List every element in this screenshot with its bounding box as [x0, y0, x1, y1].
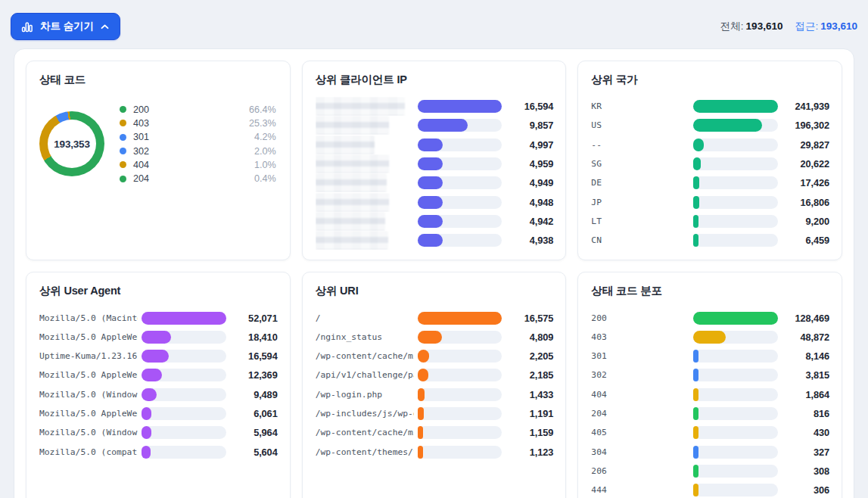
- legend-percent: 0.4%: [254, 173, 276, 184]
- bar-row: US196,302: [591, 116, 829, 135]
- bar-row: 304327: [591, 442, 829, 461]
- bar-label: /wp-includes/js/wp-e…: [316, 409, 414, 419]
- bar-fill: [418, 312, 502, 325]
- bar-fill: [693, 312, 778, 325]
- bar-track: [693, 157, 778, 170]
- bar-value: 16,594: [232, 350, 278, 362]
- bar-fill: [418, 407, 424, 420]
- bar-fill: [418, 196, 443, 209]
- bar-track: [693, 176, 778, 189]
- pie-wrap: 193,35320066.4%40325.3%3014.2%3022.0%404…: [39, 97, 278, 184]
- bar-track: [693, 350, 778, 363]
- bar-track: [693, 119, 778, 132]
- card-title: 상위 User Agent: [39, 284, 278, 298]
- bar-row: 204816: [591, 404, 829, 423]
- top-client-ip-chart: 16,5949,8574,9974,9594,9494,9484,9424,93…: [316, 97, 554, 250]
- bar-label: 200: [591, 313, 689, 323]
- bar-fill: [693, 196, 699, 209]
- bar-fill: [418, 331, 442, 344]
- donut-hole: 193,353: [48, 120, 96, 168]
- bar-value: 4,948: [508, 197, 553, 208]
- bar-row: 444306: [591, 481, 829, 498]
- bar-track: [142, 407, 226, 420]
- bar-track: [418, 350, 502, 363]
- bar-track: [418, 388, 502, 401]
- bar-value: 3,815: [784, 369, 829, 381]
- bar-row: 9,857: [316, 116, 554, 135]
- legend-percent: 1.0%: [254, 160, 276, 170]
- bar-label: [316, 212, 414, 231]
- bar-fill: [693, 119, 762, 132]
- redacted-ip-label: [316, 154, 389, 173]
- bar-fill: [693, 350, 698, 363]
- bar-fill: [693, 446, 698, 459]
- bar-row: 3018,146: [591, 347, 829, 366]
- legend-row: 4041.0%: [120, 160, 276, 170]
- legend-label: 200: [133, 104, 149, 115]
- bar-value: 12,369: [232, 369, 278, 381]
- bar-fill: [693, 215, 698, 228]
- bar-row: Mozilla/5.0 (Windows…5,964: [39, 423, 278, 442]
- legend-label: 204: [133, 173, 149, 184]
- bar-track: [142, 388, 226, 401]
- bar-value: 18,410: [232, 331, 278, 343]
- access-count[interactable]: 접근:193,610: [795, 20, 857, 33]
- bar-label: LT: [591, 216, 689, 226]
- bar-fill: [418, 369, 429, 381]
- bar-row: SG20,622: [591, 154, 829, 173]
- bar-fill: [693, 388, 698, 401]
- bar-value: 430: [784, 427, 829, 438]
- bar-label: /api/v1/challenge/pa…: [316, 370, 414, 380]
- bar-value: 1,864: [784, 389, 829, 400]
- bar-row: Mozilla/5.0 AppleWeb…12,369: [39, 366, 278, 384]
- bar-track: [142, 350, 226, 363]
- legend-percent: 66.4%: [249, 104, 276, 115]
- charts-panel: 상태 코드 193,35320066.4%40325.3%3014.2%3022…: [14, 48, 854, 498]
- legend-label: 403: [133, 118, 149, 129]
- legend-row: 2040.4%: [120, 173, 276, 183]
- bar-fill: [142, 407, 151, 420]
- bar-fill: [693, 484, 698, 496]
- top-client-ip-card: 상위 클라이언트 IP 16,5949,8574,9974,9594,9494,…: [302, 61, 567, 260]
- bar-label: 444: [591, 485, 689, 495]
- bar-track: [418, 100, 502, 113]
- card-title: 상위 클라이언트 IP: [316, 73, 554, 87]
- bar-track: [418, 312, 502, 325]
- bar-fill: [693, 407, 698, 420]
- bar-fill: [142, 388, 157, 401]
- bar-row: Mozilla/5.0 (compati…5,604: [39, 442, 278, 461]
- bar-row: /api/v1/challenge/pa…2,185: [316, 366, 554, 384]
- bar-label: /: [316, 313, 414, 323]
- card-title: 상태 코드: [39, 73, 278, 87]
- card-title: 상태 코드 분포: [591, 284, 829, 298]
- hide-charts-button[interactable]: 차트 숨기기: [11, 13, 120, 40]
- bar-row: KR241,939: [591, 97, 829, 116]
- bar-fill: [693, 331, 725, 344]
- bar-track: [418, 157, 502, 170]
- bar-value: 1,123: [508, 447, 553, 458]
- legend-dot: [120, 161, 126, 168]
- bar-row: Mozilla/5.0 (Windows…9,489: [39, 385, 278, 404]
- bar-label: Uptime-Kuma/1.23.16: [39, 351, 138, 361]
- bar-row: 206308: [591, 462, 829, 481]
- bar-value: 4,997: [508, 139, 553, 151]
- bar-row: 4041,864: [591, 385, 829, 404]
- bar-fill: [418, 350, 429, 363]
- bar-value: 9,200: [784, 216, 829, 227]
- bar-track: [418, 407, 502, 420]
- bar-value: 306: [784, 484, 829, 496]
- legend-dot: [120, 134, 126, 141]
- top-country-chart: KR241,939US196,302--29,827SG20,622DE17,4…: [591, 97, 829, 250]
- bar-label: US: [591, 120, 689, 130]
- bar-value: 241,939: [784, 101, 829, 112]
- bar-label: [316, 154, 414, 173]
- bar-value: 1,433: [508, 389, 553, 400]
- bar-row: /wp-content/cache/mi…2,205: [316, 347, 554, 366]
- bar-fill: [693, 465, 698, 478]
- top-uri-card: 상위 URI /16,575/nginx_status4,809/wp-cont…: [302, 272, 567, 498]
- bar-fill: [418, 139, 443, 151]
- bar-track: [418, 119, 502, 132]
- legend-row: 20066.4%: [120, 104, 276, 114]
- bar-label: JP: [591, 198, 689, 207]
- bar-value: 17,426: [784, 177, 829, 188]
